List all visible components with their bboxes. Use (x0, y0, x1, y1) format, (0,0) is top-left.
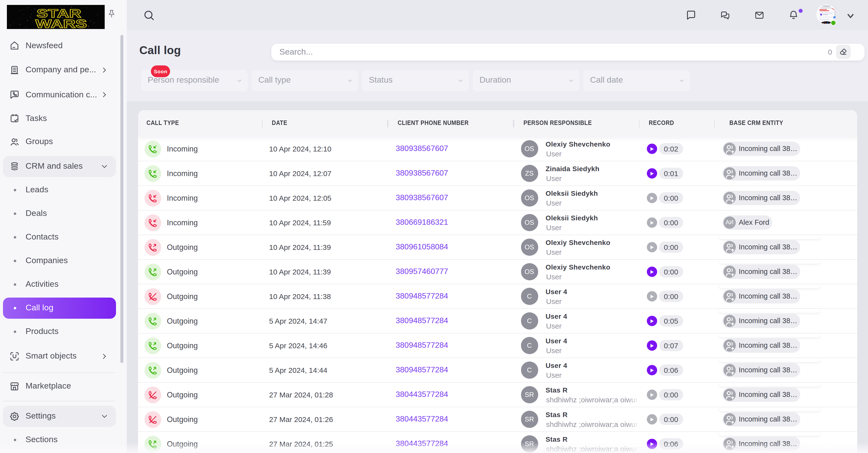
svg-text:WARS: WARS (35, 17, 87, 29)
